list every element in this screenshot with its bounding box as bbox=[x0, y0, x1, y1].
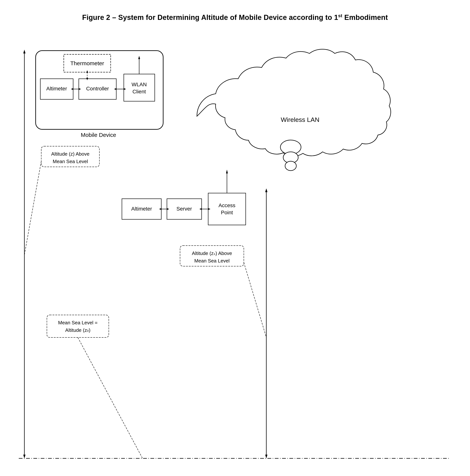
svg-marker-6 bbox=[71, 88, 73, 90]
wlan-client-label-1: WLAN bbox=[132, 82, 147, 87]
server-label: Server bbox=[176, 206, 192, 212]
altimeter-server-label: Altimeter bbox=[131, 206, 152, 212]
page-title: Figure 2 – System for Determining Altitu… bbox=[0, 0, 470, 29]
svg-rect-24 bbox=[208, 193, 246, 225]
title-superscript: st bbox=[338, 13, 342, 18]
annotation-altitude-z-line1: Altitude (z) Above bbox=[51, 151, 89, 157]
altimeter-mobile-label: Altimeter bbox=[46, 86, 67, 91]
svg-marker-30 bbox=[208, 208, 210, 210]
thermometer-label: Thermometer bbox=[70, 60, 104, 66]
svg-marker-10 bbox=[124, 88, 126, 90]
svg-marker-26 bbox=[159, 208, 161, 210]
title-text2: Embodiment bbox=[342, 14, 388, 21]
annotation-msl-line2: Altitude (z₀) bbox=[65, 327, 90, 333]
wlan-client-label-2: Client bbox=[132, 89, 146, 95]
access-point-label-1: Access bbox=[219, 203, 235, 208]
svg-rect-41 bbox=[47, 315, 109, 338]
title-text: Figure 2 – System for Determining Altitu… bbox=[82, 14, 338, 21]
svg-line-42 bbox=[78, 338, 142, 458]
wireless-lan-cloud: Wireless LAN bbox=[197, 49, 391, 171]
annotation-altitude-zs-line1: Altitude (zₛ) Above bbox=[192, 251, 232, 256]
svg-rect-3 bbox=[79, 79, 116, 99]
svg-marker-9 bbox=[114, 88, 116, 90]
svg-marker-15 bbox=[138, 56, 140, 59]
svg-line-38 bbox=[24, 161, 41, 255]
svg-rect-4 bbox=[124, 74, 155, 101]
svg-line-40 bbox=[244, 262, 266, 338]
svg-point-20 bbox=[283, 152, 298, 163]
svg-marker-34 bbox=[265, 188, 267, 192]
svg-marker-7 bbox=[79, 88, 81, 90]
annotation-altitude-zs-line2: Mean Sea Level bbox=[194, 258, 229, 264]
svg-rect-37 bbox=[41, 146, 99, 167]
svg-rect-0 bbox=[36, 51, 163, 129]
svg-rect-2 bbox=[40, 79, 73, 99]
svg-rect-39 bbox=[180, 246, 244, 266]
annotation-altitude-z-line2: Mean Sea Level bbox=[53, 159, 88, 164]
mobile-device-label: Mobile Device bbox=[81, 132, 116, 138]
annotation-msl-line1: Mean Sea Level = bbox=[58, 320, 98, 325]
svg-marker-12 bbox=[86, 78, 88, 80]
svg-point-19 bbox=[280, 140, 301, 154]
svg-marker-35 bbox=[265, 455, 267, 458]
svg-marker-18 bbox=[23, 455, 25, 458]
svg-rect-22 bbox=[122, 199, 161, 219]
svg-marker-29 bbox=[199, 208, 202, 210]
svg-marker-13 bbox=[86, 70, 88, 73]
svg-rect-23 bbox=[167, 199, 202, 219]
controller-label: Controller bbox=[86, 86, 109, 91]
svg-rect-1 bbox=[64, 54, 111, 72]
access-point-label-2: Point bbox=[221, 210, 233, 215]
svg-point-21 bbox=[285, 161, 296, 170]
svg-marker-32 bbox=[226, 170, 228, 173]
svg-marker-27 bbox=[167, 208, 169, 210]
svg-marker-17 bbox=[23, 50, 25, 53]
wireless-lan-label: Wireless LAN bbox=[281, 116, 319, 123]
